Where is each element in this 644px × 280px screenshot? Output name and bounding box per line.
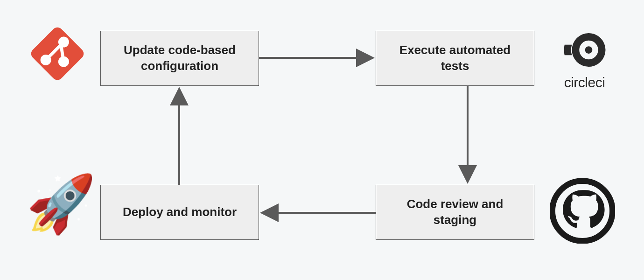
step-execute-tests: Execute automated tests [376,31,534,86]
arrow-right [462,86,473,185]
step-label: Code review and staging [385,196,525,228]
step-label: Execute automated tests [385,42,525,74]
rocket-icon: 🚀 [26,175,91,241]
svg-point-6 [585,46,593,54]
svg-point-3 [58,37,69,48]
step-code-review: Code review and staging [376,185,534,240]
arrow-left [174,86,185,185]
step-label: Update code-based configuration [110,42,249,74]
git-icon [27,23,88,84]
github-icon [550,178,615,244]
svg-point-4 [41,55,51,65]
arrow-bottom [259,207,376,218]
step-update-config: Update code-based configuration [100,31,259,86]
circleci-icon: circleci [544,29,625,90]
step-label: Deploy and monitor [123,204,237,220]
arrow-top [259,52,376,63]
svg-point-5 [58,56,69,67]
circleci-label: circleci [544,75,625,91]
step-deploy-monitor: Deploy and monitor [100,185,259,240]
svg-rect-0 [29,25,86,83]
